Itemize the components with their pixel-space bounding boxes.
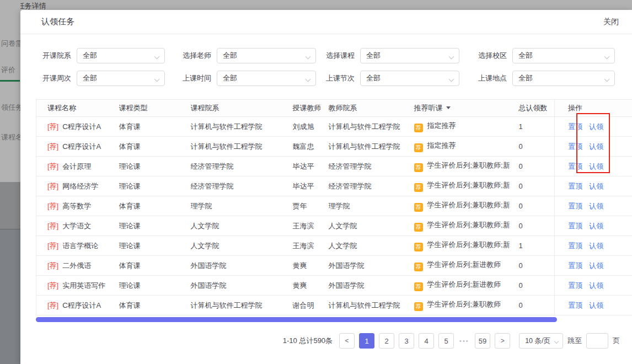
prev-page-button[interactable]: < — [339, 333, 355, 349]
next-page-button[interactable]: > — [495, 333, 510, 349]
teacher-dept: 人文学院 — [320, 216, 406, 236]
teacher-dept: 经济管理学院 — [320, 157, 406, 176]
open-dept-select[interactable]: 全部 — [77, 48, 165, 63]
scrollbar-thumb[interactable] — [36, 317, 557, 322]
pin-top-link[interactable]: 置顶 — [568, 182, 582, 190]
col-course-dept: 课程院系 — [183, 100, 285, 117]
course-select[interactable]: 全部 — [360, 48, 459, 63]
pin-top-link[interactable]: 置顶 — [568, 281, 582, 290]
sidebar-item-course-name: 课程名称 — [1, 132, 20, 142]
breadcrumb-current: 任务详情 — [18, 2, 46, 10]
week-select[interactable]: 全部 — [77, 71, 165, 86]
class-time-select[interactable]: 全部 — [217, 71, 316, 86]
claim-link[interactable]: 认领 — [589, 261, 603, 270]
claim-link[interactable]: 认领 — [589, 162, 603, 170]
filter-label: 开课院系 — [41, 51, 71, 61]
select-value: 全部 — [223, 73, 237, 83]
class-location-select[interactable]: 全部 — [512, 71, 615, 86]
recommend-text: 学生评价后列;兼职教师;新.. — [427, 161, 511, 169]
teacher: 黄爽 — [285, 276, 320, 296]
col-recommend[interactable]: 推荐听课 — [406, 100, 511, 117]
claim-link[interactable]: 认领 — [589, 182, 603, 190]
filter-label: 上课地点 — [477, 73, 507, 83]
chevron-down-icon — [554, 339, 559, 344]
page-number-button[interactable]: 1 — [359, 333, 374, 349]
page-buttons: 12345 — [359, 333, 454, 349]
course-type: 体育课 — [111, 117, 183, 137]
pin-top-link[interactable]: 置顶 — [568, 261, 582, 270]
recommended-tag: [荐] — [47, 162, 58, 170]
claim-count: 0 — [511, 296, 555, 315]
claim-link[interactable]: 认领 — [589, 242, 603, 250]
pin-top-link[interactable]: 置顶 — [568, 162, 582, 170]
claim-link[interactable]: 认领 — [589, 122, 603, 131]
pin-top-link[interactable]: 置顶 — [568, 301, 582, 309]
teacher: 黄爽 — [285, 256, 320, 276]
select-value: 全部 — [83, 73, 97, 83]
table-row: [荐]语言学概论 理论课 人文学院 王海滨 人文学院 荐学生评价后列;兼职教师;… — [36, 236, 632, 256]
teacher-select[interactable]: 全部 — [217, 48, 316, 63]
course-dept: 外国语学院 — [183, 276, 285, 296]
recommended-tag: [荐] — [47, 222, 58, 230]
teacher-dept: 计算机与软件工程学院 — [320, 296, 406, 315]
sort-caret-icon[interactable] — [446, 106, 451, 109]
chevron-down-icon — [449, 77, 454, 82]
recommended-tag: [荐] — [47, 182, 58, 190]
recommend-badge-icon: 荐 — [414, 263, 423, 271]
claim-count: 0 — [511, 157, 555, 176]
pin-top-link[interactable]: 置顶 — [568, 122, 582, 131]
claim-link[interactable]: 认领 — [589, 202, 603, 210]
pin-top-link[interactable]: 置顶 — [568, 242, 582, 250]
page-number-button[interactable]: 5 — [438, 333, 454, 349]
recommend-text: 学生评价后列;兼职教师;新.. — [427, 181, 511, 189]
teacher: 毕达平 — [285, 157, 320, 176]
campus-select[interactable]: 全部 — [512, 48, 615, 63]
jump-page-input[interactable] — [586, 333, 608, 349]
claim-task-modal: 认领任务 关闭 开课院系 全部 选择老师 全部 — [20, 10, 632, 364]
class-section-select[interactable]: 全部 — [360, 71, 459, 86]
claim-count: 0 — [511, 216, 555, 236]
modal-title: 认领任务 — [41, 17, 74, 27]
claim-link[interactable]: 认领 — [589, 281, 603, 290]
course-dept: 理学院 — [183, 196, 285, 216]
claim-link[interactable]: 认领 — [589, 301, 603, 309]
pin-top-link[interactable]: 置顶 — [568, 202, 582, 210]
sidebar-item-evaluation[interactable]: 评价 — [1, 65, 15, 75]
select-value: 全部 — [518, 51, 533, 61]
recommended-tag: [荐] — [47, 122, 58, 131]
course-type: 理论课 — [111, 236, 183, 256]
teacher-dept: 计算机与软件工程学院 — [320, 117, 406, 137]
recommend-text: 指定推荐 — [427, 141, 456, 149]
recommended-tag: [荐] — [47, 301, 58, 309]
page-ellipsis[interactable]: ••• — [458, 338, 470, 344]
claim-link[interactable]: 认领 — [589, 142, 603, 151]
teacher: 王海滨 — [285, 236, 320, 256]
table-row: [荐]C程序设计A 体育课 计算机与软件工程学院 刘成旭 计算机与软件工程学院 … — [36, 117, 632, 137]
sidebar-item-survey[interactable]: 问卷需 — [1, 39, 20, 49]
chevron-down-icon — [449, 54, 454, 60]
col-teacher-dept: 教师院系 — [320, 100, 406, 117]
recommend-text: 学生评价后列;兼职教师;新.. — [427, 221, 511, 229]
filter-teacher: 选择老师 全部 — [181, 48, 316, 63]
sidebar-item-claim-task[interactable]: 领任务 — [1, 103, 20, 113]
chevron-down-icon — [306, 77, 311, 82]
claim-link[interactable]: 认领 — [589, 222, 603, 230]
pin-top-link[interactable]: 置顶 — [568, 142, 582, 151]
pin-top-link[interactable]: 置顶 — [568, 222, 582, 230]
close-button[interactable]: 关闭 — [603, 17, 619, 27]
page-number-button[interactable]: 3 — [399, 333, 414, 349]
course-type: 体育课 — [111, 196, 183, 216]
col-recommend-label: 推荐听课 — [414, 104, 443, 112]
last-page-button[interactable]: 59 — [475, 333, 490, 349]
page-number-button[interactable]: 4 — [419, 333, 434, 349]
course-name: C程序设计A — [62, 142, 101, 151]
col-course-name: 课程名称 — [36, 100, 111, 117]
course-name: 大学语文 — [62, 222, 91, 230]
course-dept: 计算机与软件工程学院 — [183, 117, 285, 137]
teacher: 贾年 — [285, 196, 320, 216]
filter-campus: 选择校区 全部 — [477, 48, 615, 63]
page-size-select[interactable]: 10 条/页 — [519, 333, 563, 349]
page-number-button[interactable]: 2 — [379, 333, 394, 349]
backdrop-left-strip: 问卷需 评价 领任务 课程名称 — [0, 0, 20, 364]
course-type: 理论课 — [111, 276, 183, 296]
